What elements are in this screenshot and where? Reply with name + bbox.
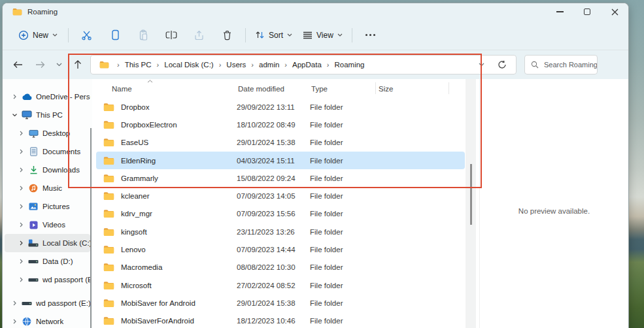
copy-button[interactable] — [101, 24, 129, 46]
drive-icon — [28, 259, 39, 264]
file-row[interactable]: Grammarly 15/08/2022 09:24 File folder — [92, 169, 465, 187]
more-options-button[interactable] — [356, 24, 384, 46]
breadcrumb-separator: › — [251, 61, 254, 69]
title-bar[interactable]: Roaming — [3, 3, 628, 20]
recent-locations-button[interactable] — [51, 55, 67, 74]
sidebar-item-label: This PC — [36, 111, 63, 119]
column-divider[interactable] — [375, 82, 376, 94]
file-row[interactable]: kcleaner 07/09/2023 14:05 File folder — [92, 187, 465, 205]
forward-button[interactable] — [29, 55, 51, 74]
file-date-modified: 29/09/2022 13:11 — [237, 103, 310, 111]
breadcrumb-admin[interactable]: admin — [259, 61, 279, 69]
paste-button[interactable] — [129, 24, 157, 46]
sidebar-item-desktop[interactable]: Desktop — [5, 124, 90, 142]
sidebar-item-downloads[interactable]: Downloads — [5, 161, 90, 179]
breadcrumb-local-disk[interactable]: Local Disk (C:) — [164, 61, 213, 69]
chevron-right-icon[interactable] — [18, 186, 24, 191]
file-row[interactable]: MobiSaver for Android 29/01/2024 15:38 F… — [92, 294, 465, 312]
new-button-label: New — [33, 31, 48, 40]
file-row[interactable]: kdrv_mgr 07/09/2023 15:56 File folder — [92, 205, 465, 223]
chevron-right-icon[interactable] — [18, 240, 24, 246]
file-row[interactable]: EaseUS 29/01/2024 15:38 File folder — [92, 134, 465, 152]
file-row[interactable]: DropboxElectron 18/10/2022 08:49 File fo… — [92, 116, 465, 133]
file-type: File folder — [310, 263, 343, 271]
new-button[interactable]: New — [12, 24, 64, 46]
file-row[interactable]: Dropbox 29/09/2022 13:11 File folder — [92, 98, 465, 116]
back-button[interactable] — [7, 55, 29, 74]
chevron-right-icon[interactable] — [18, 167, 24, 172]
column-header-name[interactable]: Name — [112, 85, 132, 93]
sidebar-item-label: Music — [42, 184, 62, 192]
file-row[interactable]: Macromedia 08/08/2022 10:30 File folder — [92, 259, 465, 276]
sidebar-item-label: wd passport (E:) — [36, 299, 90, 307]
sidebar-scrollbar[interactable] — [90, 128, 92, 328]
folder-icon — [103, 299, 115, 308]
breadcrumb-this-pc[interactable]: This PC — [125, 61, 152, 69]
maximize-button[interactable] — [573, 3, 601, 20]
sidebar-item-onedrive[interactable]: OneDrive - Personal — [5, 88, 90, 106]
column-headers: Name Date modified Type Size — [92, 79, 479, 97]
sidebar-item-label: OneDrive - Personal — [36, 93, 90, 101]
file-date-modified: 29/01/2024 15:38 — [237, 139, 310, 146]
search-input[interactable]: Search Roaming — [524, 55, 598, 74]
breadcrumb-roaming[interactable]: Roaming — [334, 61, 364, 69]
file-row[interactable]: Microsoft 27/02/2024 08:52 File folder — [92, 276, 465, 294]
folder-icon — [103, 120, 115, 129]
file-name: EldenRing — [121, 157, 237, 165]
sidebar-item-local-disk-c[interactable]: Local Disk (C:) — [5, 234, 90, 252]
chevron-right-icon[interactable] — [18, 222, 24, 227]
address-bar[interactable]: › This PC › Local Disk (C:) › Users › ad… — [90, 55, 517, 74]
file-name: MobiSaverForAndroid — [121, 317, 237, 325]
column-header-type[interactable]: Type — [311, 85, 328, 93]
cut-button[interactable] — [73, 24, 101, 46]
chevron-right-icon[interactable] — [18, 277, 24, 282]
folder-icon — [99, 61, 109, 69]
file-name: Macromedia — [121, 263, 237, 271]
onedrive-cloud-icon — [22, 93, 32, 101]
rename-button[interactable] — [157, 24, 185, 46]
close-button[interactable] — [601, 3, 628, 20]
chevron-right-icon[interactable] — [11, 319, 18, 324]
sort-button-label: Sort — [269, 31, 283, 40]
sidebar-item-wd-passport-e[interactable]: wd passport (E:) — [5, 271, 90, 289]
sidebar-item-music[interactable]: Music — [5, 179, 90, 197]
sidebar-item-data-d[interactable]: Data (D:) — [5, 252, 90, 271]
sidebar-item-documents[interactable]: Documents — [5, 142, 90, 161]
sidebar-item-this-pc[interactable]: This PC — [5, 106, 90, 124]
chevron-right-icon[interactable] — [18, 204, 24, 209]
breadcrumb-users[interactable]: Users — [226, 61, 246, 69]
chevron-right-icon[interactable] — [18, 259, 24, 264]
file-row[interactable]: EldenRing 04/03/2024 15:11 File folder — [96, 152, 465, 169]
view-button[interactable]: View — [297, 24, 348, 46]
view-lines-icon — [303, 31, 313, 39]
file-row[interactable]: Lenovo 07/09/2023 14:44 File folder — [92, 240, 465, 258]
minimize-button[interactable] — [546, 3, 573, 20]
navigation-pane: OneDrive - Personal This PC Desktop Docu… — [3, 79, 92, 328]
ellipsis-icon — [365, 34, 375, 36]
column-header-date-modified[interactable]: Date modified — [238, 85, 284, 93]
download-arrow-icon — [28, 165, 39, 174]
up-button[interactable] — [67, 55, 89, 74]
chevron-right-icon[interactable] — [18, 131, 24, 136]
delete-button[interactable] — [213, 24, 241, 46]
chevron-right-icon[interactable] — [18, 149, 24, 154]
breadcrumb-appdata[interactable]: AppData — [292, 61, 322, 69]
file-row[interactable]: MobiSaverForAndroid 18/12/2023 10:46 Fil… — [92, 312, 465, 328]
file-list-scrollbar[interactable] — [466, 79, 476, 328]
column-header-size[interactable]: Size — [379, 85, 393, 93]
address-dropdown-chevron-icon[interactable] — [479, 63, 484, 67]
sidebar-item-videos[interactable]: Videos — [5, 216, 90, 234]
chevron-right-icon[interactable] — [11, 94, 18, 99]
chevron-down-icon[interactable] — [11, 112, 18, 118]
column-divider[interactable] — [449, 82, 449, 94]
file-type: File folder — [310, 210, 343, 218]
scrollbar-thumb[interactable] — [470, 164, 472, 225]
sidebar-item-network[interactable]: Network — [5, 312, 90, 328]
sidebar-item-pictures[interactable]: Pictures — [5, 197, 90, 216]
share-button[interactable] — [185, 24, 213, 46]
sidebar-item-wd-passport-e-2[interactable]: wd passport (E:) — [5, 294, 90, 312]
file-row[interactable]: kingsoft 23/11/2023 13:26 File folder — [92, 223, 465, 240]
refresh-icon[interactable] — [498, 60, 507, 69]
sort-button[interactable]: Sort — [250, 24, 297, 46]
chevron-right-icon[interactable] — [11, 301, 18, 306]
